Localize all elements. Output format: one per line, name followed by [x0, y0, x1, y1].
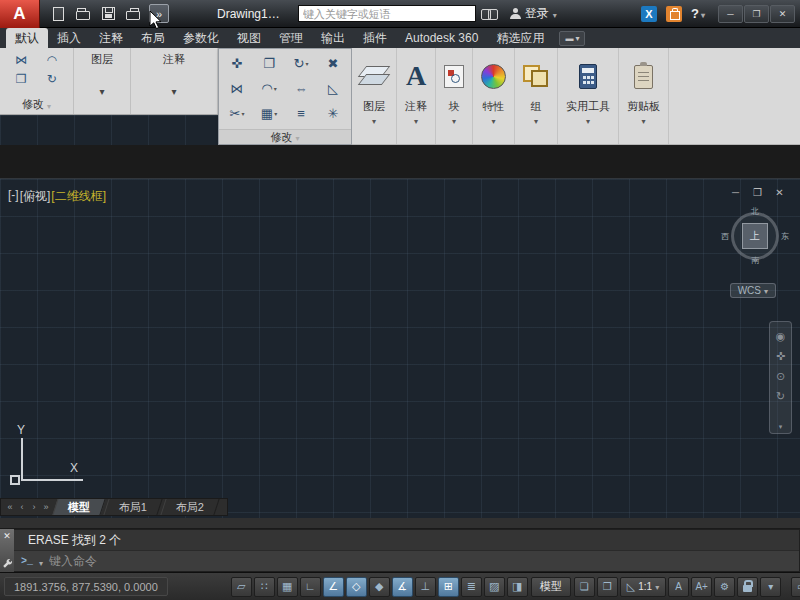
copy-tool-button[interactable]: ❐: [253, 52, 285, 75]
search-binoculars-icon[interactable]: [481, 9, 498, 19]
ribbon-tab-视图[interactable]: 视图: [228, 28, 270, 48]
viewcube-west-label[interactable]: 西: [721, 231, 729, 242]
ribbon-tab-插入[interactable]: 插入: [48, 28, 90, 48]
wcs-dropdown[interactable]: WCS: [730, 283, 776, 298]
array-tool-button[interactable]: ▦▾: [253, 102, 285, 125]
plot-button[interactable]: [124, 5, 142, 23]
panel-modify-collapsed[interactable]: ⋈◠❐↻ 修改: [0, 48, 74, 114]
ribbon-tab-默认[interactable]: 默认: [6, 28, 48, 48]
exchange-x-icon[interactable]: X: [641, 6, 657, 22]
ribbon-tab-精选应用[interactable]: 精选应用: [487, 28, 553, 48]
copy-icon[interactable]: ❐: [6, 70, 37, 87]
panel-expand-caret-icon[interactable]: ▾: [586, 117, 590, 126]
doc-restore-button[interactable]: ❐: [751, 187, 764, 198]
stretch-tool-button[interactable]: ⇔: [285, 77, 317, 100]
navbar-menu-caret-icon[interactable]: ▾: [770, 423, 791, 431]
layout-tab-布局1[interactable]: 布局1: [103, 499, 162, 515]
infer-constraints-toggle[interactable]: ▱: [231, 577, 252, 597]
object-snap-toggle[interactable]: ◇: [346, 577, 367, 597]
minimize-button[interactable]: ─: [718, 5, 743, 23]
customize-wrench-icon[interactable]: [2, 558, 13, 569]
explode-tool-button[interactable]: ✳: [317, 102, 349, 125]
mirror-tool-button[interactable]: ⋈: [221, 77, 253, 100]
viewcube-east-label[interactable]: 东: [781, 231, 789, 242]
quick-view-drawings-button[interactable]: ❐: [597, 577, 618, 597]
pan-icon[interactable]: ✜: [776, 351, 785, 362]
ribbon-options-button[interactable]: ▬▾: [559, 31, 585, 46]
modify-flyout-footer[interactable]: 修改: [219, 129, 351, 144]
command-input-placeholder[interactable]: 键入命令: [49, 553, 97, 570]
command-close-icon[interactable]: ✕: [3, 532, 11, 541]
workspace-switching-button[interactable]: ⚙: [714, 577, 735, 597]
panel-块[interactable]: 块▾: [436, 48, 473, 144]
drawing-canvas[interactable]: [-] [俯视] [二维线框] ─❐✕ 上 北 南 东 西 WCS ◉✜⊙↻ ▾…: [0, 178, 800, 518]
next-tab-button[interactable]: ›: [28, 499, 40, 515]
open-file-button[interactable]: [74, 5, 92, 23]
dynamic-ucs-toggle[interactable]: ⊥: [415, 577, 436, 597]
rotate-icon[interactable]: ↻: [37, 70, 68, 87]
ribbon-tab-参数化[interactable]: 参数化: [174, 28, 228, 48]
prev-tab-button[interactable]: ‹: [16, 499, 28, 515]
clean-screen-button[interactable]: ▭: [791, 577, 800, 597]
erase-tool-button[interactable]: ✖: [317, 52, 349, 75]
snap-mode-toggle[interactable]: ∷: [254, 577, 275, 597]
scale-tool-button[interactable]: ◺: [317, 77, 349, 100]
fillet-tool-button[interactable]: ◠▾: [253, 77, 285, 100]
panel-图层[interactable]: 图层▾: [352, 48, 397, 144]
ribbon-tab-注释[interactable]: 注释: [90, 28, 132, 48]
more-commands-button[interactable]: »: [149, 4, 169, 23]
zoom-icon[interactable]: ⊙: [776, 371, 785, 382]
grid-display-toggle[interactable]: ▦: [277, 577, 298, 597]
dynamic-input-toggle[interactable]: ⊞: [438, 577, 459, 597]
layout-tab-布局2[interactable]: 布局2: [161, 499, 220, 515]
status-menu-button[interactable]: ▾: [760, 577, 781, 597]
recent-commands-caret-icon[interactable]: [39, 552, 43, 570]
trim-tool-button[interactable]: ✂▾: [221, 102, 253, 125]
ribbon-tab-管理[interactable]: 管理: [270, 28, 312, 48]
panel-annotate-collapsed[interactable]: 注释 ▾: [131, 48, 218, 114]
maximize-button[interactable]: ❐: [744, 5, 769, 23]
ribbon-tab-插件[interactable]: 插件: [354, 28, 396, 48]
annotation-visibility-button[interactable]: A: [668, 577, 689, 597]
panel-特性[interactable]: 特性▾: [473, 48, 515, 144]
viewcube-north-label[interactable]: 北: [751, 206, 759, 217]
first-tab-button[interactable]: «: [4, 499, 16, 515]
last-tab-button[interactable]: »: [40, 499, 52, 515]
lineweight-toggle[interactable]: ≣: [461, 577, 482, 597]
panel-实用工具[interactable]: 实用工具▾: [558, 48, 619, 144]
viewcube[interactable]: 上 北 南 东 西: [726, 207, 784, 265]
model-space-button[interactable]: 模型: [531, 577, 571, 597]
ribbon-tab-输出[interactable]: 输出: [312, 28, 354, 48]
search-input[interactable]: [298, 5, 476, 22]
navigation-bar[interactable]: ◉✜⊙↻ ▾: [769, 321, 792, 434]
move-tool-button[interactable]: ✜: [221, 52, 253, 75]
object-snap-tracking-toggle[interactable]: ∡: [392, 577, 413, 597]
lock-toolbars-button[interactable]: [737, 577, 758, 597]
signin-button[interactable]: 登录: [510, 5, 557, 22]
doc-minimize-button[interactable]: ─: [729, 187, 742, 198]
view-control[interactable]: [俯视]: [20, 188, 51, 205]
close-button[interactable]: ✕: [770, 5, 795, 23]
panel-layer-collapsed[interactable]: 图层 ▾: [74, 48, 131, 114]
rotate-tool-button[interactable]: ↻▾: [285, 52, 317, 75]
transparency-toggle[interactable]: ▨: [484, 577, 505, 597]
steering-wheel-icon[interactable]: ◉: [776, 331, 786, 342]
panel-expand-caret-icon[interactable]: ▾: [452, 117, 456, 126]
command-prompt-icon[interactable]: >_: [21, 556, 33, 567]
exchange-apps-icon[interactable]: [666, 6, 682, 22]
panel-expand-caret-icon[interactable]: ▾: [414, 117, 418, 126]
panel-剪贴板[interactable]: 剪贴板▾: [619, 48, 669, 144]
viewcube-south-label[interactable]: 南: [751, 255, 759, 266]
quick-view-layouts-button[interactable]: ❏: [574, 577, 595, 597]
panel-expand-caret-icon[interactable]: ▾: [534, 117, 538, 126]
mirror-icon[interactable]: ⋈: [6, 51, 37, 68]
annotation-scale-button[interactable]: ◺ 1:1: [620, 577, 666, 597]
ortho-mode-toggle[interactable]: ∟: [300, 577, 321, 597]
panel-expand-caret-icon[interactable]: ▾: [491, 117, 495, 126]
panel-组[interactable]: 组▾: [515, 48, 558, 144]
visual-style-control[interactable]: [二维线框]: [51, 188, 106, 205]
layout-tab-模型[interactable]: 模型: [52, 499, 105, 515]
ribbon-tab-Autodesk 360[interactable]: Autodesk 360: [396, 28, 487, 48]
viewcube-top-face[interactable]: 上: [742, 223, 768, 249]
ribbon-tab-布局[interactable]: 布局: [132, 28, 174, 48]
